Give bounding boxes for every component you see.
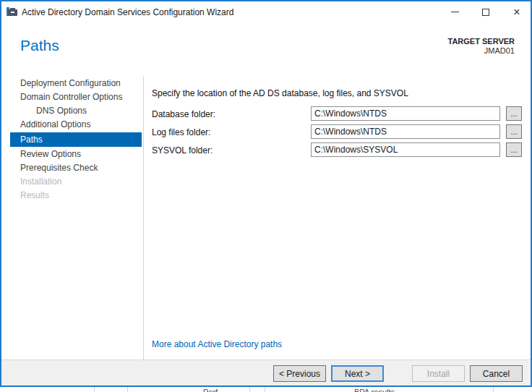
sidebar-item-review-options[interactable]: Review Options (10, 148, 142, 161)
maximize-button[interactable] (473, 1, 498, 22)
close-icon: × (513, 7, 520, 18)
minimize-icon (451, 12, 459, 12)
sidebar-item-dns-options[interactable]: DNS Options (10, 104, 142, 118)
footer-bar: < Previous Next > Install Cancel (1, 359, 531, 385)
titlebar[interactable]: Active Directory Domain Services Configu… (1, 1, 531, 22)
background-window-strip: Perf BPA results (0, 387, 532, 392)
previous-button[interactable]: < Previous (273, 365, 326, 382)
sidebar-item-installation: Installation (10, 175, 142, 189)
log-files-folder-label: Log files folder: (152, 127, 210, 137)
wizard-steps-sidebar: Deployment Configuration Domain Controll… (10, 77, 142, 203)
sidebar-item-prerequisites-check[interactable]: Prerequisites Check (10, 161, 142, 175)
sidebar-item-results: Results (10, 189, 142, 203)
background-column-divider (249, 387, 250, 392)
screen: { "window": { "title": "Active Directory… (0, 0, 532, 392)
database-folder-browse-button[interactable]: ... (506, 106, 522, 121)
sidebar-item-deployment-configuration[interactable]: Deployment Configuration (10, 77, 142, 90)
minimize-button[interactable] (442, 1, 467, 22)
background-column-divider (265, 387, 265, 392)
close-button[interactable]: × (505, 1, 529, 22)
background-partial-text: Perf (203, 388, 218, 392)
wizard-app-icon (7, 6, 18, 17)
more-about-paths-link[interactable]: More about Active Directory paths (152, 339, 282, 349)
cancel-button[interactable]: Cancel (470, 365, 523, 382)
sysvol-folder-browse-button[interactable]: ... (506, 142, 522, 157)
next-button[interactable]: Next > (331, 365, 384, 382)
instruction-text: Specify the location of the AD DS databa… (152, 88, 408, 98)
install-button: Install (412, 365, 465, 382)
window-title: Active Directory Domain Services Configu… (22, 7, 233, 17)
maximize-icon (482, 9, 489, 16)
target-server-name: JMAD01 (448, 46, 515, 56)
wizard-window: Active Directory Domain Services Configu… (0, 0, 532, 387)
sidebar-item-additional-options[interactable]: Additional Options (10, 118, 142, 132)
database-folder-label: Database folder: (152, 109, 215, 119)
background-column-divider (127, 387, 128, 392)
sysvol-folder-label: SYSVOL folder: (152, 145, 213, 155)
database-folder-input[interactable] (311, 106, 500, 121)
sidebar-item-paths[interactable]: Paths (10, 132, 142, 147)
target-server-label: TARGET SERVER (448, 37, 515, 46)
sysvol-folder-input[interactable] (311, 142, 500, 157)
log-files-folder-browse-button[interactable]: ... (506, 124, 522, 139)
page-title: Paths (20, 37, 59, 54)
log-files-folder-input[interactable] (311, 124, 500, 139)
sidebar-item-domain-controller-options[interactable]: Domain Controller Options (10, 90, 142, 104)
background-column-divider (94, 387, 95, 392)
background-column-divider (493, 387, 494, 392)
target-server-block: TARGET SERVER JMAD01 (448, 37, 515, 56)
background-partial-text: BPA results (354, 388, 395, 392)
sidebar-divider (143, 76, 144, 359)
